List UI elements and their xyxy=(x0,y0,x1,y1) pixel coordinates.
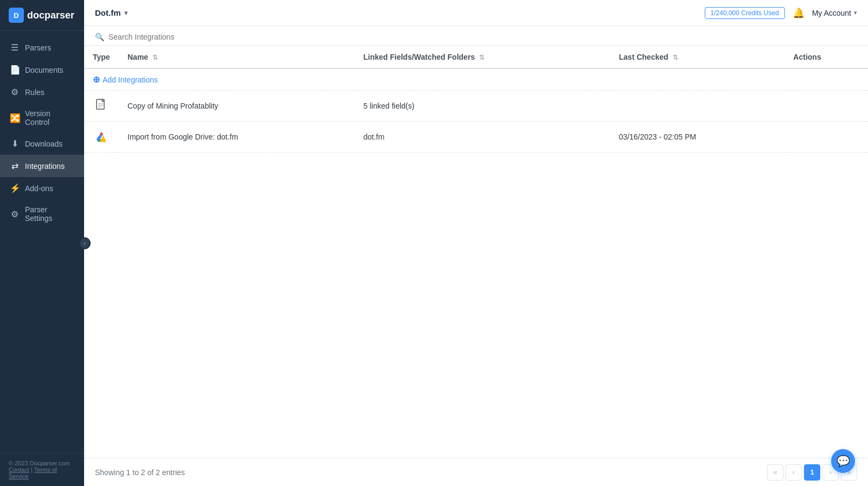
search-icon: 🔍 xyxy=(95,33,104,41)
row-type-icon xyxy=(84,91,119,122)
document-icon xyxy=(93,97,110,115)
sidebar: D docparser ☰Parsers📄Documents⚙Rules🔀Ver… xyxy=(0,0,84,486)
workspace-selector[interactable]: Dot.fm ▾ xyxy=(95,8,127,17)
copyright: © 2023 Docparser.com xyxy=(9,460,75,466)
my-account-label: My Account xyxy=(812,9,851,17)
sidebar-footer: © 2023 Docparser.com Contact | Terms of … xyxy=(0,453,84,486)
integrations-table: Type Name ⇅ Linked Fields/Watched Folder… xyxy=(84,46,868,153)
workspace-name: Dot.fm xyxy=(95,8,121,17)
workspace-chevron-icon: ▾ xyxy=(124,9,127,17)
row-actions xyxy=(784,122,868,153)
sidebar-item-parser-settings[interactable]: ⚙Parser Settings xyxy=(0,199,84,229)
add-ons-icon: ⚡ xyxy=(10,183,20,193)
sidebar-item-rules[interactable]: ⚙Rules xyxy=(0,81,84,103)
integrations-icon: ⇄ xyxy=(10,161,20,171)
header-left: Dot.fm ▾ xyxy=(95,8,127,17)
my-account-button[interactable]: My Account ▾ xyxy=(812,9,857,17)
sidebar-item-parsers[interactable]: ☰Parsers xyxy=(0,36,84,59)
sidebar-logo[interactable]: D docparser xyxy=(0,0,84,31)
integrations-table-area: Type Name ⇅ Linked Fields/Watched Folder… xyxy=(84,46,868,458)
plus-icon: ⊕ xyxy=(93,74,100,85)
logo-text: docparser xyxy=(27,10,74,21)
row-linked-fields: 5 linked field(s) xyxy=(355,91,610,122)
sidebar-item-integrations[interactable]: ⇄Integrations xyxy=(0,155,84,177)
documents-icon: 📄 xyxy=(10,65,20,75)
nav-label-parser-settings: Parser Settings xyxy=(25,205,74,223)
col-linked-fields[interactable]: Linked Fields/Watched Folders ⇅ xyxy=(355,46,610,68)
col-last-checked[interactable]: Last Checked ⇅ xyxy=(610,46,785,68)
add-integration-row: ⊕ Add Integrations xyxy=(84,68,868,91)
row-last-checked: 03/16/2023 - 02:05 PM xyxy=(610,122,785,153)
row-actions xyxy=(784,91,868,122)
col-type: Type xyxy=(84,46,119,68)
name-sort-icon: ⇅ xyxy=(152,54,158,61)
version-control-icon: 🔀 xyxy=(10,113,20,123)
nav-label-add-ons: Add-ons xyxy=(25,184,53,193)
parsers-icon: ☰ xyxy=(10,42,20,53)
pagination-first[interactable]: « xyxy=(767,464,783,481)
nav-label-version-control: Version Control xyxy=(25,109,74,127)
add-integrations-label: Add Integrations xyxy=(103,75,158,84)
nav-label-parsers: Parsers xyxy=(25,43,51,52)
nav-label-integrations: Integrations xyxy=(25,162,65,171)
sidebar-item-documents[interactable]: 📄Documents xyxy=(0,59,84,81)
sidebar-collapse-button[interactable]: ‹ xyxy=(79,237,91,249)
col-actions: Actions xyxy=(784,46,868,68)
row-name: Import from Google Drive: dot.fm xyxy=(119,122,355,153)
pagination-page-1[interactable]: 1 xyxy=(804,464,820,481)
nav-label-downloads: Downloads xyxy=(25,140,62,148)
nav-label-rules: Rules xyxy=(25,88,44,97)
content-area: 🔍 Type Name ⇅ Linked Fields/Watched Fold… xyxy=(84,26,868,486)
row-type-icon xyxy=(84,122,119,153)
chat-bubble-button[interactable]: 💬 xyxy=(831,449,855,473)
entries-info: Showing 1 to 2 of 2 entries xyxy=(95,468,185,477)
my-account-chevron-icon: ▾ xyxy=(854,9,857,16)
contact-link[interactable]: Contact xyxy=(9,466,29,473)
credits-badge: 1/240,000 Credits Used xyxy=(705,7,785,19)
last-checked-sort-icon: ⇅ xyxy=(673,54,678,61)
header-right: 1/240,000 Credits Used 🔔 My Account ▾ xyxy=(705,7,857,19)
row-name: Copy of Mining Profatablity xyxy=(119,91,355,122)
search-input[interactable] xyxy=(108,33,271,41)
logo-icon: D xyxy=(9,8,24,23)
table-footer: Showing 1 to 2 of 2 entries « ‹ 1 › » xyxy=(84,458,868,486)
pagination-prev[interactable]: ‹ xyxy=(786,464,802,481)
rules-icon: ⚙ xyxy=(10,87,20,97)
sidebar-item-add-ons[interactable]: ⚡Add-ons xyxy=(0,177,84,199)
linked-fields-sort-icon: ⇅ xyxy=(479,54,484,61)
header: Dot.fm ▾ 1/240,000 Credits Used 🔔 My Acc… xyxy=(84,0,868,26)
table-row: Import from Google Drive: dot.fmdot.fm03… xyxy=(84,122,868,153)
parser-settings-icon: ⚙ xyxy=(10,209,20,219)
row-linked-fields: dot.fm xyxy=(355,122,610,153)
main-content: Dot.fm ▾ 1/240,000 Credits Used 🔔 My Acc… xyxy=(84,0,868,486)
sidebar-nav: ☰Parsers📄Documents⚙Rules🔀Version Control… xyxy=(0,31,84,453)
search-bar: 🔍 xyxy=(84,26,868,46)
bell-icon[interactable]: 🔔 xyxy=(793,7,805,19)
add-integrations-button[interactable]: ⊕ Add Integrations xyxy=(93,74,158,85)
sidebar-item-downloads[interactable]: ⬇Downloads xyxy=(0,132,84,155)
nav-label-documents: Documents xyxy=(25,66,63,74)
col-name[interactable]: Name ⇅ xyxy=(119,46,355,68)
table-row: Copy of Mining Profatablity5 linked fiel… xyxy=(84,91,868,122)
downloads-icon: ⬇ xyxy=(10,138,20,149)
gdrive-icon xyxy=(93,128,110,146)
sidebar-item-version-control[interactable]: 🔀Version Control xyxy=(0,103,84,132)
row-last-checked xyxy=(610,91,785,122)
